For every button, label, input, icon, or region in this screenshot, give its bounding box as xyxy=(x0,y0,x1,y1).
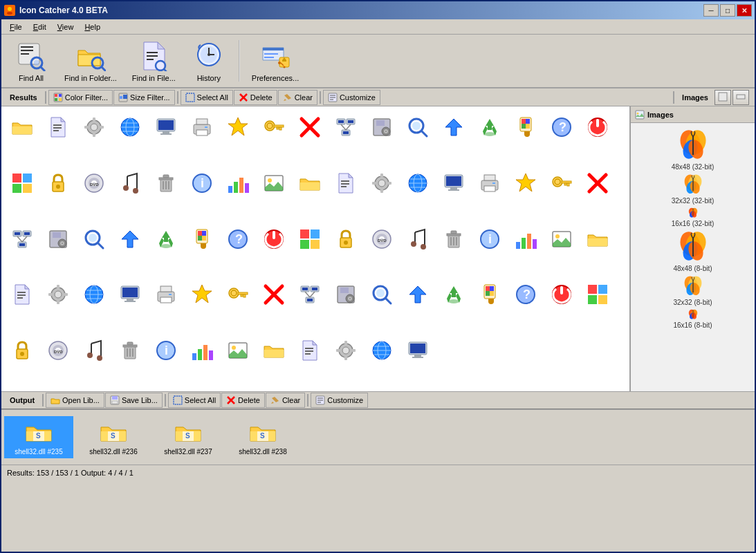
delete-bot-button[interactable]: Delete xyxy=(221,393,265,408)
select-all-button[interactable]: Select All xyxy=(181,90,233,105)
icon-cell[interactable]: DVD xyxy=(364,221,400,257)
find-in-folder-button[interactable]: Find in Folder... xyxy=(58,36,123,86)
output-item[interactable]: S shell32.dll #235 xyxy=(4,416,73,458)
clear-button[interactable]: Clear xyxy=(278,90,317,105)
icon-cell[interactable] xyxy=(184,332,220,368)
icon-cell[interactable] xyxy=(112,221,148,257)
preferences-button[interactable]: Preferences... xyxy=(246,36,305,86)
images-btn-2[interactable] xyxy=(732,90,749,105)
icon-cell[interactable] xyxy=(112,109,148,145)
icon-cell[interactable] xyxy=(472,165,508,201)
icon-cell[interactable] xyxy=(40,276,76,312)
icon-cell[interactable] xyxy=(472,109,508,145)
icon-cell[interactable] xyxy=(40,165,76,201)
icon-cell[interactable]: DVD xyxy=(40,332,76,368)
icon-cell[interactable] xyxy=(220,332,256,368)
icon-cell[interactable] xyxy=(148,276,184,312)
icon-cell[interactable] xyxy=(508,109,544,145)
icon-cell[interactable] xyxy=(40,109,76,145)
icon-cell[interactable] xyxy=(436,221,472,257)
maximize-button[interactable]: □ xyxy=(720,4,735,17)
icon-cell[interactable] xyxy=(184,109,220,145)
clear-bot-button[interactable]: Clear xyxy=(266,393,305,408)
size-filter-button[interactable]: Size Filter... xyxy=(113,90,174,105)
icon-cell[interactable] xyxy=(364,332,400,368)
select-all-bot-button[interactable]: Select All xyxy=(168,393,221,408)
open-lib-button[interactable]: Open Lib... xyxy=(46,393,104,408)
delete-button[interactable]: Delete xyxy=(234,90,277,105)
customize-bot-button[interactable]: Customize xyxy=(311,393,368,408)
icon-cell[interactable] xyxy=(292,109,328,145)
output-item[interactable]: S shell32.dll #236 xyxy=(79,416,148,458)
icon-cell[interactable] xyxy=(112,276,148,312)
icon-cell[interactable] xyxy=(328,332,364,368)
icon-cell[interactable] xyxy=(112,165,148,201)
output-item[interactable]: S shell32.dll #238 xyxy=(228,416,297,458)
icon-cell[interactable] xyxy=(4,276,40,312)
color-filter-button[interactable]: Color Filter... xyxy=(48,90,113,105)
icon-cell[interactable] xyxy=(40,221,76,257)
icon-cell[interactable] xyxy=(256,276,292,312)
icon-cell[interactable] xyxy=(400,276,436,312)
icon-cell[interactable] xyxy=(220,276,256,312)
images-btn-1[interactable] xyxy=(714,90,731,105)
menu-help[interactable]: Help xyxy=(79,21,106,32)
icon-cell[interactable] xyxy=(328,276,364,312)
close-button[interactable]: ✕ xyxy=(737,4,752,17)
icon-cell[interactable]: i xyxy=(184,165,220,201)
icon-cell[interactable] xyxy=(220,165,256,201)
icon-cell[interactable] xyxy=(508,221,544,257)
find-in-file-button[interactable]: Find in File... xyxy=(126,36,182,86)
icon-cell[interactable] xyxy=(544,276,580,312)
icon-cell[interactable] xyxy=(292,165,328,201)
icon-cell[interactable] xyxy=(400,332,436,368)
icon-cell[interactable] xyxy=(472,276,508,312)
icon-cell[interactable] xyxy=(148,221,184,257)
icon-cell[interactable] xyxy=(364,276,400,312)
icon-cell[interactable] xyxy=(184,221,220,257)
icon-cell[interactable] xyxy=(544,165,580,201)
icon-cell[interactable]: ? xyxy=(220,221,256,257)
icon-cell[interactable] xyxy=(4,165,40,201)
icon-cell[interactable]: ? xyxy=(508,276,544,312)
menu-edit[interactable]: Edit xyxy=(28,21,52,32)
icon-cell[interactable] xyxy=(256,332,292,368)
icon-cell[interactable]: ? xyxy=(544,109,580,145)
icon-cell[interactable]: i xyxy=(148,332,184,368)
icon-cell[interactable] xyxy=(436,276,472,312)
icon-cell[interactable] xyxy=(256,165,292,201)
icon-cell[interactable] xyxy=(400,221,436,257)
icon-cell[interactable] xyxy=(292,332,328,368)
minimize-button[interactable]: ─ xyxy=(703,4,719,17)
icon-cell[interactable] xyxy=(76,109,112,145)
icon-cell[interactable] xyxy=(580,165,616,201)
icon-cell[interactable] xyxy=(76,221,112,257)
icon-cell[interactable] xyxy=(400,165,436,201)
icon-cell[interactable] xyxy=(436,109,472,145)
icon-cell[interactable] xyxy=(4,109,40,145)
icon-cell[interactable] xyxy=(364,165,400,201)
icon-cell[interactable] xyxy=(580,109,616,145)
icon-cell[interactable]: i xyxy=(472,221,508,257)
icon-cell[interactable] xyxy=(76,276,112,312)
customize-button[interactable]: Customize xyxy=(323,90,380,105)
icon-cell[interactable] xyxy=(256,109,292,145)
icon-cell[interactable] xyxy=(400,109,436,145)
find-all-button[interactable]: Find All xyxy=(7,36,55,86)
icon-cell[interactable] xyxy=(364,109,400,145)
menu-view[interactable]: View xyxy=(52,21,80,32)
output-item[interactable]: S shell32.dll #237 xyxy=(154,416,223,458)
icon-cell[interactable] xyxy=(580,276,616,312)
icon-cell[interactable] xyxy=(184,276,220,312)
icon-cell[interactable] xyxy=(580,221,616,257)
icon-cell[interactable] xyxy=(292,221,328,257)
icon-cell[interactable] xyxy=(112,332,148,368)
icon-cell[interactable] xyxy=(4,332,40,368)
icon-cell[interactable] xyxy=(4,221,40,257)
history-button[interactable]: History xyxy=(185,36,233,86)
icon-cell[interactable] xyxy=(544,221,580,257)
icon-cell[interactable] xyxy=(436,165,472,201)
icon-cell[interactable] xyxy=(76,332,112,368)
menu-file[interactable]: File xyxy=(4,21,28,32)
icon-cell[interactable] xyxy=(220,109,256,145)
